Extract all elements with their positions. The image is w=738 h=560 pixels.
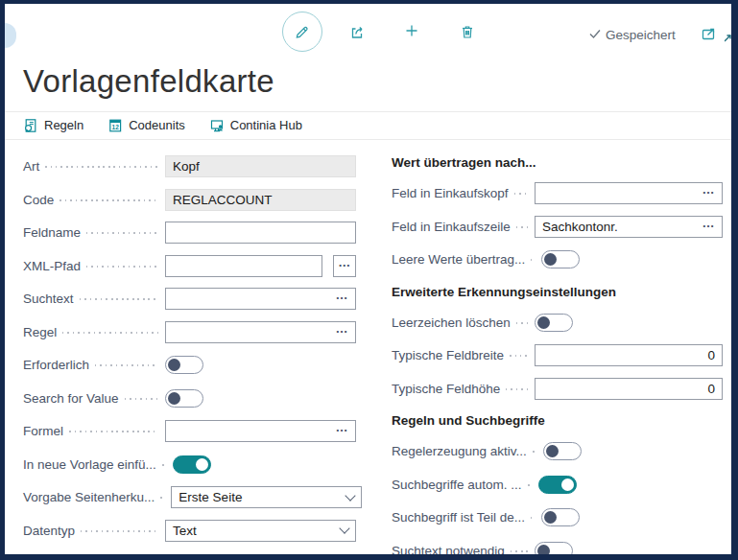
- add-button[interactable]: [403, 22, 420, 39]
- field-control: [541, 506, 729, 528]
- field-value: REGLACCOUNT: [173, 193, 273, 207]
- field-row: Suchbegriff ist Teil de...: [392, 506, 723, 528]
- assist-ellipsis-button[interactable]: [336, 292, 349, 306]
- dotted-leader: [514, 193, 528, 195]
- dotted-leader: [80, 298, 158, 300]
- toggle-knob: [168, 359, 180, 371]
- field-value: 0: [707, 348, 715, 362]
- field-label-als-belegtrenner-ver: Als Belegtrenner ver...: [23, 556, 151, 560]
- field-input-formel[interactable]: [165, 420, 356, 442]
- resize-icon-partial[interactable]: [725, 33, 731, 42]
- toggle-in-neue-vorlage-einfu[interactable]: [173, 455, 211, 474]
- toggle-erforderlich[interactable]: [165, 356, 203, 374]
- dotted-leader: [160, 497, 164, 499]
- toggle-suchtext-notwendig[interactable]: [535, 542, 573, 560]
- field-control: [165, 420, 356, 442]
- field-row: Feld in EinkaufszeileSachkontonr.: [392, 216, 723, 238]
- field-row: Suchtext: [23, 288, 356, 310]
- toggle-leerzeichen-loschen[interactable]: [535, 314, 573, 332]
- field-control: [173, 454, 364, 476]
- field-row: Suchtext notwendig: [392, 540, 723, 560]
- dotted-leader: [86, 232, 158, 234]
- field-control: 0: [535, 344, 723, 366]
- edit-button[interactable]: [282, 12, 322, 52]
- action-regeln[interactable]: Regeln: [23, 118, 83, 133]
- toggle-knob: [544, 511, 557, 524]
- field-row: Regelerzeugung aktiv...: [392, 440, 723, 462]
- field-row: DatentypText: [23, 520, 356, 542]
- field-control: [165, 288, 356, 310]
- section-header-regeln-und-suchbegriffe: Regeln und Suchbegriffe: [392, 413, 723, 429]
- field-label-search-for-value: Search for Value: [23, 391, 119, 406]
- toolbar: Gespeichert: [5, 4, 731, 59]
- select-datentyp[interactable]: Text: [165, 520, 356, 542]
- save-status: Gespeichert: [588, 27, 676, 43]
- toggle-knob: [537, 545, 550, 557]
- toggle-suchbegriffe-autom[interactable]: [538, 476, 577, 494]
- assist-button-xml-pfad[interactable]: [333, 255, 356, 277]
- dotted-leader: [45, 166, 158, 168]
- toggle-suchbegriff-ist-teil-de[interactable]: [541, 508, 580, 526]
- toggle-knob: [546, 445, 559, 457]
- dotted-leader: [533, 451, 536, 453]
- dotted-leader: [510, 355, 528, 357]
- field-input-xml-pfad[interactable]: [165, 255, 322, 277]
- field-row: XML-Pfad: [23, 255, 356, 277]
- chevron-down-icon: [339, 523, 349, 533]
- svg-text:12: 12: [112, 124, 120, 130]
- field-input-feld-in-einkaufskopf[interactable]: [535, 182, 723, 204]
- field-label-feld-in-einkaufszeile: Feld in Einkaufszeile: [392, 220, 511, 234]
- field-input-code: REGLACCOUNT: [165, 189, 356, 211]
- field-input-suchtext[interactable]: [165, 288, 356, 310]
- dotted-leader: [86, 266, 158, 268]
- select-vorgabe-seitenherku[interactable]: Erste Seite: [171, 486, 362, 508]
- toggle-knob: [168, 392, 180, 405]
- action-codeunits-label: Codeunits: [129, 118, 185, 133]
- field-control: REGLACCOUNT: [165, 189, 356, 211]
- toggle-als-belegtrenner-ver[interactable]: [167, 554, 205, 560]
- check-icon: [588, 27, 602, 43]
- field-control: [167, 552, 358, 560]
- dotted-leader: [516, 322, 528, 324]
- dotted-leader: [528, 484, 532, 486]
- toggle-search-for-value[interactable]: [165, 389, 203, 408]
- field-label-erforderlich: Erforderlich: [23, 358, 89, 372]
- field-row: Typische Feldbreite0: [392, 344, 723, 366]
- field-control: [535, 540, 723, 560]
- toggle-knob: [561, 478, 574, 491]
- share-button[interactable]: [348, 23, 367, 41]
- assist-ellipsis-button[interactable]: [336, 424, 349, 438]
- field-input-regel[interactable]: [165, 321, 356, 343]
- field-label-suchbegriff-ist-teil-de: Suchbegriff ist Teil de...: [392, 510, 525, 525]
- action-continia-hub-label: Continia Hub: [230, 118, 302, 133]
- delete-button[interactable]: [459, 23, 476, 40]
- popout-button[interactable]: [700, 25, 717, 42]
- action-bar: Regeln 12 Codeunits Continia: [5, 111, 731, 140]
- assist-ellipsis-button[interactable]: [702, 220, 716, 234]
- field-row: Typische Feldhöhe0: [392, 378, 723, 400]
- field-input-typische-feldbreite[interactable]: 0: [535, 344, 723, 366]
- popout-icon: [700, 31, 717, 45]
- dotted-leader: [69, 431, 158, 432]
- right-column: Wert übertragen nach...Feld in Einkaufsk…: [392, 155, 723, 560]
- field-control: Erste Seite: [171, 486, 362, 508]
- dotted-leader: [531, 517, 535, 519]
- field-label-formel: Formel: [23, 424, 63, 438]
- field-control: [165, 354, 356, 376]
- field-input-typische-feldhohe[interactable]: 0: [535, 378, 723, 400]
- assist-ellipsis-button[interactable]: [702, 186, 716, 200]
- toggle-leere-werte-ubertrag[interactable]: [541, 250, 580, 268]
- assist-ellipsis-button[interactable]: [336, 325, 349, 339]
- field-label-datentyp: Datentyp: [23, 524, 75, 538]
- field-input-feld-in-einkaufszeile[interactable]: Sachkontonr.: [535, 216, 723, 238]
- field-row: Feldname: [23, 222, 356, 244]
- app-window: Gespeichert Vorlagenfeldkarte: [0, 0, 738, 560]
- field-label-suchtext: Suchtext: [23, 292, 74, 306]
- save-status-label: Gespeichert: [606, 28, 676, 42]
- dotted-leader: [531, 259, 535, 261]
- field-input-group: [165, 255, 356, 277]
- field-input-feldname[interactable]: [165, 222, 356, 244]
- action-continia-hub[interactable]: Continia Hub: [209, 118, 302, 133]
- toggle-regelerzeugung-aktiv[interactable]: [543, 442, 582, 460]
- action-codeunits[interactable]: 12 Codeunits: [107, 118, 185, 133]
